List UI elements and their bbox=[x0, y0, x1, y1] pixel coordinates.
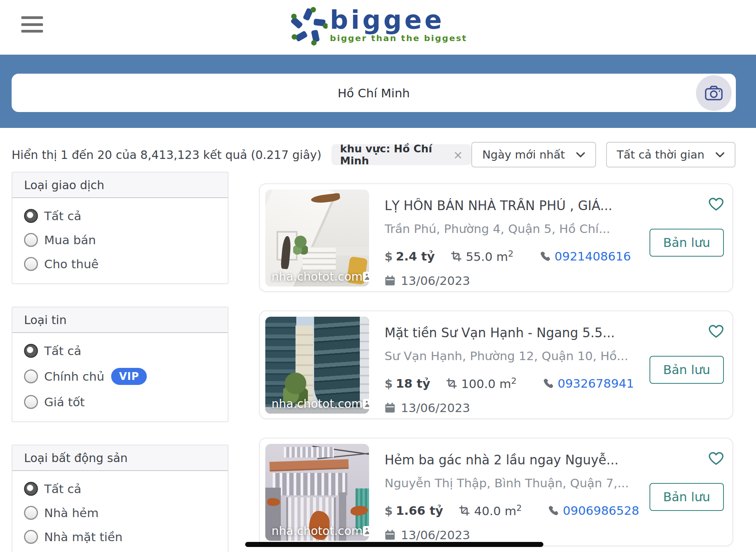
radio-button bbox=[24, 369, 38, 383]
logo-text-block: biggee bigger than the biggest bbox=[330, 8, 467, 43]
listing-address: Sư Vạn Hạnh, Phường 12, Quận 10, Hồ... bbox=[385, 349, 644, 363]
listing-title: Mặt tiền Sư Vạn Hạnh - Ngang 5.5... bbox=[385, 325, 644, 340]
photo-count-badge: 3 bbox=[363, 397, 369, 411]
header: biggee bigger than the biggest bbox=[0, 0, 756, 55]
radio-option[interactable]: Tất cả bbox=[24, 209, 228, 223]
main-content: Loại giao dịch Tất cả Mua bán Cho thuê bbox=[0, 172, 756, 552]
heart-icon bbox=[708, 324, 724, 338]
filter-sidebar: Loại giao dịch Tất cả Mua bán Cho thuê bbox=[12, 172, 229, 552]
picture-icon bbox=[363, 398, 369, 409]
heart-icon bbox=[708, 452, 724, 466]
hamburger-bar bbox=[21, 16, 43, 19]
radio-option[interactable]: Giá tốt bbox=[24, 395, 228, 409]
listing-results: nha.chotot.com 9 LỴ HÔN BÁN NHÀ TRẦN PHÚ bbox=[259, 172, 733, 552]
camera-search-button[interactable] bbox=[696, 75, 732, 111]
search-input[interactable] bbox=[12, 74, 736, 112]
favorite-button[interactable] bbox=[708, 324, 724, 340]
radio-option-label: Tất cả bbox=[44, 209, 81, 223]
listing-date-row: 13/06/2023 bbox=[385, 274, 644, 288]
radio-option[interactable]: Mua bán bbox=[24, 233, 228, 247]
radio-option[interactable]: Nhà mặt tiền bbox=[24, 530, 228, 544]
favorite-button[interactable] bbox=[708, 452, 724, 467]
radio-option[interactable]: Tất cả bbox=[24, 482, 228, 496]
area-icon bbox=[450, 250, 462, 262]
filter-section-transaction-type: Loại giao dịch Tất cả Mua bán Cho thuê bbox=[12, 172, 229, 284]
filter-section-property-type: Loại bất động sản Tất cả Nhà hẻm Nhà mặt… bbox=[12, 445, 229, 552]
hamburger-menu-button[interactable] bbox=[21, 16, 43, 33]
save-button[interactable]: Bản lưu bbox=[649, 483, 724, 511]
radio-button-selected bbox=[24, 482, 38, 496]
filter-section-listing-type: Loại tin Tất cả Chính chủ VIP Giá tốt bbox=[12, 307, 229, 422]
favorite-button[interactable] bbox=[708, 197, 724, 212]
save-button[interactable]: Bản lưu bbox=[649, 229, 724, 257]
listing-meta: $ 1.66 tỷ 40.0 m2 0906986528 bbox=[385, 503, 644, 518]
radio-option[interactable]: Tất cả bbox=[24, 344, 228, 358]
time-range-dropdown[interactable]: Tất cả thời gian bbox=[606, 142, 735, 167]
hamburger-bar bbox=[21, 30, 43, 33]
radio-button bbox=[24, 395, 38, 409]
photo-decoration bbox=[293, 234, 308, 261]
listing-actions: Bản lưu bbox=[644, 444, 727, 540]
search-band bbox=[0, 55, 756, 128]
listing-meta: $ 2.4 tỷ 55.0 m2 0921408616 bbox=[385, 249, 644, 264]
page: biggee bigger than the biggest Hiển thị … bbox=[0, 0, 756, 552]
listing-price: 1.66 tỷ bbox=[396, 504, 443, 518]
source-label: nha.chotot.com bbox=[271, 524, 363, 538]
radio-button-selected bbox=[24, 344, 38, 358]
save-button[interactable]: Bản lưu bbox=[649, 356, 724, 384]
listing-photo[interactable]: nha.chotot.com 9 bbox=[265, 190, 369, 286]
sort-dropdown-label: Ngày mới nhất bbox=[482, 148, 565, 161]
photo-overlay: nha.chotot.com 5 bbox=[271, 524, 364, 538]
filter-section-title: Loại bất động sản bbox=[12, 445, 228, 471]
listing-photo[interactable]: nha.chotot.com 5 bbox=[265, 444, 369, 541]
listing-price: 2.4 tỷ bbox=[396, 249, 435, 263]
radio-option[interactable]: Nhà hẻm bbox=[24, 506, 228, 520]
listing-card[interactable]: nha.chotot.com 9 LỴ HÔN BÁN NHÀ TRẦN PHÚ bbox=[259, 183, 733, 292]
listing-card[interactable]: nha.chotot.com 3 Mặt tiền Sư Vạn Hạnh - bbox=[259, 310, 733, 419]
listing-address: Nguyễn Thị Thập, Bình Thuận, Quận 7,... bbox=[385, 476, 644, 490]
source-label: nha.chotot.com bbox=[271, 397, 363, 411]
horizontal-scrollbar[interactable] bbox=[245, 542, 543, 547]
vip-badge: VIP bbox=[111, 368, 147, 385]
radio-option-label: Mua bán bbox=[44, 233, 96, 247]
listing-title: LỴ HÔN BÁN NHÀ TRẦN PHÚ , GIÁ... bbox=[385, 198, 644, 213]
picture-icon bbox=[363, 526, 369, 536]
phone-icon bbox=[547, 505, 558, 516]
phone-link[interactable]: 0906986528 bbox=[563, 504, 639, 518]
radio-button bbox=[24, 233, 38, 247]
listing-meta: $ 18 tỷ 100.0 m2 0932678941 bbox=[385, 376, 644, 391]
phone-link[interactable]: 0921408616 bbox=[555, 249, 631, 263]
filter-options: Tất cả Mua bán Cho thuê bbox=[12, 198, 228, 283]
area-icon bbox=[446, 378, 457, 389]
listing-photo[interactable]: nha.chotot.com 3 bbox=[265, 317, 369, 414]
listing-date: 13/06/2023 bbox=[401, 401, 470, 415]
calendar-icon bbox=[385, 402, 395, 413]
listing-price: 18 tỷ bbox=[396, 376, 430, 390]
radio-option[interactable]: Cho thuê bbox=[24, 257, 228, 271]
biggee-logo[interactable]: biggee bigger than the biggest bbox=[289, 5, 467, 46]
radio-option-label: Nhà hẻm bbox=[44, 506, 99, 520]
calendar-icon bbox=[385, 275, 395, 286]
chip-remove-icon[interactable]: × bbox=[453, 148, 463, 162]
price-icon: $ bbox=[385, 377, 393, 390]
calendar-icon bbox=[385, 530, 395, 540]
radio-option-label: Tất cả bbox=[44, 344, 81, 358]
photo-count-badge: 9 bbox=[363, 270, 369, 283]
filter-chip-region: khu vực: Hồ Chí Minh × bbox=[332, 144, 471, 165]
phone-icon bbox=[542, 378, 553, 389]
listing-date-row: 13/06/2023 bbox=[385, 528, 644, 542]
listing-actions: Bản lưu bbox=[644, 190, 727, 286]
results-bar: Hiển thị 1 đến 20 của 8,413,123 kết quả … bbox=[12, 143, 735, 167]
radio-option[interactable]: Chính chủ VIP bbox=[24, 368, 228, 385]
chevron-down-icon bbox=[576, 152, 585, 158]
listing-title: Hẻm ba gác nhà 2 lầu ngay Nguyễ... bbox=[385, 452, 644, 467]
area-icon bbox=[459, 505, 470, 516]
photo-count-badge: 5 bbox=[363, 524, 369, 538]
price-icon: $ bbox=[385, 250, 393, 263]
sort-dropdown[interactable]: Ngày mới nhất bbox=[471, 142, 596, 167]
hamburger-bar bbox=[21, 23, 43, 26]
radio-button bbox=[24, 506, 38, 520]
listing-card[interactable]: nha.chotot.com 5 Hẻm ba gác nhà 2 lầu ng bbox=[259, 438, 733, 546]
search-bar bbox=[12, 74, 736, 112]
phone-link[interactable]: 0932678941 bbox=[558, 376, 634, 390]
